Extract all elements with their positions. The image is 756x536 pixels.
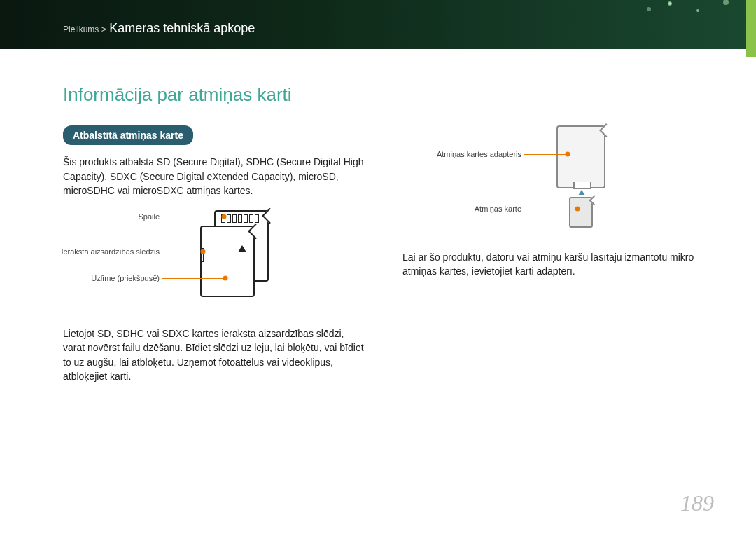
diagram-label-adapter: Atmiņas kartes adapteris — [430, 149, 522, 160]
diagram-label-card: Atmiņas karte — [458, 204, 522, 215]
diagram-label-front: Uzlīme (priekšpusē) — [84, 273, 160, 284]
section-title: Informācija par atmiņas karti — [63, 84, 707, 106]
right-paragraph-1: Lai ar šo produktu, datoru vai atmiņu ka… — [402, 250, 707, 279]
left-paragraph-2: Lietojot SD, SDHC vai SDXC kartes ieraks… — [63, 327, 368, 383]
breadcrumb-title: Kameras tehniskā apkope — [109, 21, 255, 35]
side-tab — [746, 0, 756, 57]
arrow-up-icon — [578, 190, 585, 195]
top-banner — [0, 0, 756, 15]
page-number: 189 — [680, 490, 714, 516]
sd-card-diagram: Spaile Ieraksta aizsardzības slēdzis Uzl… — [63, 209, 368, 314]
right-column: Atmiņas kartes adapteris Atmiņas karte L… — [402, 125, 707, 394]
subsection-pill: Atbalstītā atmiņas karte — [63, 125, 193, 145]
adapter-diagram: Atmiņas kartes adapteris Atmiņas karte — [402, 125, 707, 238]
adapter-shape — [556, 125, 606, 188]
diagram-label-terminal: Spaile — [112, 212, 160, 223]
microsd-shape — [569, 197, 593, 228]
breadcrumb-prefix: Pielikums > — [63, 25, 106, 34]
left-column: Atbalstītā atmiņas karte Šis produkts at… — [63, 125, 368, 394]
breadcrumb-bar: Pielikums > Kameras tehniskā apkope — [0, 15, 756, 49]
left-paragraph-1: Šis produkts atbalsta SD (Secure Digital… — [63, 155, 368, 198]
diagram-label-wp: Ieraksta aizsardzības slēdzis — [56, 247, 160, 258]
page-content: Informācija par atmiņas karti Atbalstītā… — [63, 84, 707, 394]
